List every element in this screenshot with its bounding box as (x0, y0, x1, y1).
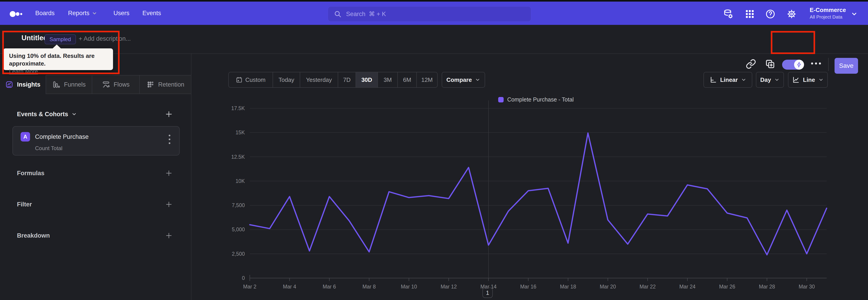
nav-item-boards[interactable]: Boards (35, 2, 55, 25)
chevron-down-icon (475, 77, 480, 83)
x-axis-label: Mar 30 (799, 284, 815, 290)
project-selector[interactable]: E-Commerce All Project Data (810, 6, 846, 20)
x-axis-label: Mar 22 (640, 284, 656, 290)
nav-item-label: Boards (35, 10, 55, 17)
nav-item-reports[interactable]: Reports (68, 2, 97, 25)
x-axis-label: Mar 26 (719, 284, 735, 290)
range-label: 30D (362, 77, 372, 83)
chart-type-label: Line (803, 77, 815, 83)
sampled-badge[interactable]: Sampled (44, 34, 76, 44)
y-axis-label: 10K (236, 178, 245, 184)
range-30d-button[interactable]: 30D (355, 72, 377, 87)
report-tab-bar: Insights Funnels Flows Retent (0, 75, 191, 94)
report-title[interactable]: Untitled (22, 34, 48, 42)
add-formula-button[interactable] (163, 168, 175, 179)
plus-icon (165, 201, 173, 208)
window-top-strip (0, 0, 868, 2)
x-axis-label: Mar 12 (440, 284, 457, 290)
toggle-knob (794, 60, 804, 70)
retention-icon (147, 81, 155, 89)
linear-axis-icon (709, 76, 717, 84)
tab-flows[interactable]: Flows (92, 75, 139, 94)
x-axis-label: Mar 24 (679, 284, 695, 290)
section-filter: Filter (17, 199, 32, 210)
nav-item-label: Reports (68, 10, 90, 17)
nav-item-users[interactable]: Users (114, 2, 129, 25)
tab-label: Insights (17, 81, 40, 88)
section-breakdown: Breakdown (17, 230, 50, 241)
range-custom-button[interactable]: Custom (229, 72, 273, 87)
top-nav: Boards Reports Users Events Search ⌘ + K (0, 2, 868, 25)
plus-icon (165, 232, 173, 239)
x-axis-label: Mar 16 (520, 284, 536, 290)
pagination-page-1[interactable]: 1 (483, 288, 493, 298)
add-description-field[interactable]: + Add description... (79, 35, 131, 42)
tooltip-arrow (53, 44, 61, 49)
chart-type-dropdown[interactable]: Line (788, 72, 828, 88)
help-icon[interactable] (765, 9, 776, 19)
event-row-complete-purchase[interactable]: A Complete Purchase Count Total (12, 126, 180, 155)
report-header: Untitled Sampled + Add description... (0, 25, 868, 54)
range-6m-button[interactable]: 6M (397, 72, 416, 87)
tab-label: Retention (158, 81, 184, 88)
event-options-button[interactable] (166, 133, 174, 142)
copy-link-icon[interactable] (746, 59, 756, 69)
chevron-down-icon (741, 77, 746, 83)
event-letter-badge: A (21, 132, 30, 142)
search-input[interactable]: Search ⌘ + K (328, 6, 531, 22)
range-7d-button[interactable]: 7D (338, 72, 355, 87)
chevron-down-icon (71, 112, 77, 117)
nav-item-events[interactable]: Events (143, 2, 161, 25)
tab-funnels[interactable]: Funnels (46, 75, 92, 94)
settings-gear-icon[interactable] (786, 9, 797, 19)
mixpanel-logo-icon[interactable] (9, 10, 25, 18)
chevron-down-icon (92, 11, 97, 16)
nav-item-label: Events (143, 10, 161, 17)
series-line[interactable] (250, 133, 827, 255)
scale-dropdown[interactable]: Linear (704, 72, 752, 88)
y-axis-label: 7,500 (232, 202, 245, 208)
add-filter-button[interactable] (163, 199, 175, 210)
project-chevron-down-icon[interactable] (851, 11, 858, 18)
data-management-icon[interactable] (723, 9, 734, 19)
ellipsis-icon (810, 59, 822, 68)
project-name: E-Commerce (810, 6, 846, 14)
x-axis-label: Mar 18 (560, 284, 576, 290)
range-label: 12M (421, 77, 433, 83)
tab-label: Funnels (64, 81, 86, 88)
event-name: Complete Purchase (35, 133, 89, 140)
add-event-button[interactable] (163, 109, 175, 120)
interval-dropdown[interactable]: Day (756, 72, 784, 88)
learn-more-link[interactable]: Learn More (9, 68, 38, 75)
range-today-button[interactable]: Today (273, 72, 300, 87)
chevron-down-icon (774, 77, 780, 83)
y-axis-label: 2,500 (232, 251, 245, 257)
chevron-down-icon (818, 77, 824, 83)
event-metric[interactable]: Count Total (35, 145, 62, 151)
flows-icon (102, 81, 110, 89)
apps-grid-icon[interactable] (745, 9, 755, 19)
sampling-toggle[interactable] (782, 60, 804, 70)
header-divider (828, 58, 829, 71)
range-label: 6M (403, 77, 411, 83)
add-breakdown-button[interactable] (163, 230, 175, 241)
range-3m-button[interactable]: 3M (377, 72, 397, 87)
funnels-icon (52, 81, 60, 89)
tooltip-message: Using 10% of data. Results are approxima… (9, 52, 107, 67)
sampled-badge-label: Sampled (50, 36, 71, 42)
copy-to-board-icon[interactable] (765, 59, 775, 69)
tab-insights[interactable]: Insights (0, 75, 46, 94)
line-chart[interactable]: 02,5005,0007,50010K12.5K15K17.5KMar 2Mar… (191, 95, 868, 300)
more-options-button[interactable] (810, 59, 822, 69)
tab-retention[interactable]: Retention (139, 75, 191, 94)
range-yesterday-button[interactable]: Yesterday (300, 72, 338, 87)
x-axis-label: Mar 2 (243, 284, 256, 290)
x-axis-label: Mar 6 (323, 284, 336, 290)
save-button[interactable]: Save (835, 58, 858, 74)
range-12m-button[interactable]: 12M (416, 72, 437, 87)
section-label: Filter (17, 201, 32, 208)
plus-icon (165, 170, 173, 177)
events-cohorts-header[interactable]: Events & Cohorts (17, 109, 77, 120)
y-axis-label: 12.5K (231, 154, 245, 160)
compare-dropdown[interactable]: Compare (442, 72, 485, 88)
